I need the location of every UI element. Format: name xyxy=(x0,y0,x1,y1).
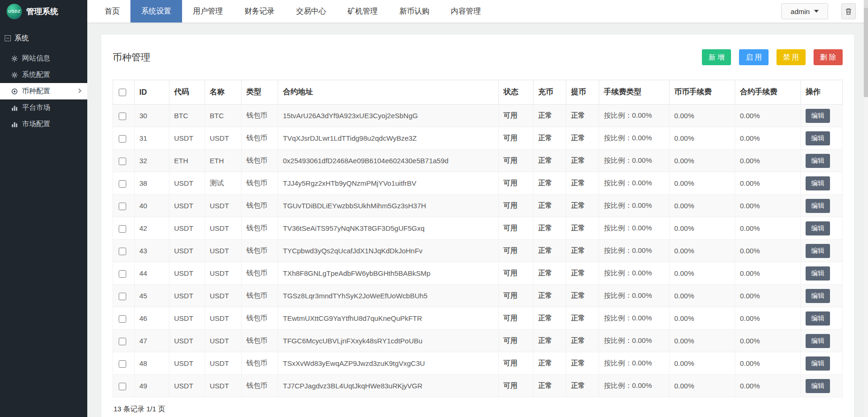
cell-type: 钱包币 xyxy=(242,307,278,330)
edit-button[interactable]: 编辑 xyxy=(806,356,830,371)
cell-deposit: 正常 xyxy=(533,150,566,172)
edit-button[interactable]: 编辑 xyxy=(806,311,830,326)
topnav-item[interactable]: 财务记录 xyxy=(234,0,285,23)
cell-coin-fee: 0.00% xyxy=(670,330,735,352)
edit-button[interactable]: 编辑 xyxy=(806,244,830,258)
page-title: 币种管理 xyxy=(113,51,150,64)
cell-code: USDT xyxy=(169,240,205,262)
cell-deposit: 正常 xyxy=(533,375,566,397)
topnav-item[interactable]: 矿机管理 xyxy=(337,0,388,23)
edit-button[interactable]: 编辑 xyxy=(806,379,830,393)
topnav-item[interactable]: 内容管理 xyxy=(440,0,492,23)
table-row: 49 USDT USDT 钱包币 TJ7CPJagdvz3BL4UqtJkqHW… xyxy=(113,375,843,397)
edit-button[interactable]: 编辑 xyxy=(806,289,830,303)
enable-button[interactable]: 启 用 xyxy=(739,49,768,65)
cell-coin-fee: 0.00% xyxy=(670,352,735,375)
cell-coin-fee: 0.00% xyxy=(670,262,735,285)
row-checkbox[interactable] xyxy=(119,158,126,165)
cell-status: 可用 xyxy=(499,127,533,150)
cell-name: BTC xyxy=(205,105,242,127)
cell-contract-fee: 0.00% xyxy=(735,127,801,150)
cell-id: 30 xyxy=(135,105,169,127)
column-header: 提币 xyxy=(566,80,599,105)
edit-button[interactable]: 编辑 xyxy=(806,109,830,123)
topnav-item[interactable]: 用户管理 xyxy=(182,0,234,23)
disable-button[interactable]: 禁 用 xyxy=(777,49,806,65)
row-checkbox[interactable] xyxy=(119,225,126,233)
edit-button[interactable]: 编辑 xyxy=(806,176,830,190)
cell-fee-type: 按比例：0.00% xyxy=(599,195,670,217)
topnav-item[interactable]: 首页 xyxy=(94,0,130,23)
cell-contract-fee: 0.00% xyxy=(735,330,801,352)
trash-button[interactable] xyxy=(841,3,856,19)
row-checkbox[interactable] xyxy=(119,248,126,255)
sidebar-item[interactable]: 系统配置 xyxy=(0,67,87,83)
add-button[interactable]: 新 增 xyxy=(702,49,731,65)
cell-coin-fee: 0.00% xyxy=(670,172,735,195)
sidebar-section-system[interactable]: − 系统 xyxy=(0,23,87,50)
select-all-checkbox[interactable] xyxy=(119,89,126,96)
cell-contract-fee: 0.00% xyxy=(735,240,801,262)
row-checkbox[interactable] xyxy=(119,338,126,345)
delete-button[interactable]: 删 除 xyxy=(814,49,843,65)
sidebar-item[interactable]: 币种配置 xyxy=(0,83,87,99)
cell-name: USDT xyxy=(205,307,242,330)
row-checkbox[interactable] xyxy=(119,293,126,300)
topnav-item[interactable]: 系统设置 xyxy=(130,0,182,23)
cell-name: USDT xyxy=(205,285,242,307)
topnav-item[interactable]: 交易中心 xyxy=(285,0,337,23)
cell-code: USDT xyxy=(169,375,205,397)
cell-name: USDT xyxy=(205,262,242,285)
column-header: 代码 xyxy=(169,80,205,105)
topbar: 首页系统设置用户管理财务记录交易中心矿机管理新币认购内容管理 admin xyxy=(87,0,868,23)
cell-name: USDT xyxy=(205,195,242,217)
cell-address: 15tvArU26A3dYf9A923xUE3Cyoj2eSbNgG xyxy=(278,105,499,127)
row-checkbox[interactable] xyxy=(119,113,126,120)
row-checkbox[interactable] xyxy=(119,203,126,210)
row-checkbox[interactable] xyxy=(119,180,126,188)
cell-address: TJJ4y5Rgz2xHTb9yQNzmPMjYVo1uitfrBV xyxy=(278,172,499,195)
cell-status: 可用 xyxy=(499,240,533,262)
cell-id: 45 xyxy=(135,285,169,307)
cell-deposit: 正常 xyxy=(533,262,566,285)
edit-button[interactable]: 编辑 xyxy=(806,154,830,168)
scrollbar[interactable] xyxy=(864,0,868,417)
cell-code: USDT xyxy=(169,352,205,375)
row-checkbox[interactable] xyxy=(119,383,126,390)
user-dropdown[interactable]: admin xyxy=(781,3,828,19)
brand: USDZ 管理系统 xyxy=(0,0,87,23)
edit-button[interactable]: 编辑 xyxy=(806,266,830,281)
cell-fee-type: 按比例：0.00% xyxy=(599,127,670,150)
sidebar-item[interactable]: 平台市场 xyxy=(0,99,87,116)
cell-type: 钱包币 xyxy=(242,195,278,217)
cell-fee-type: 按比例：0.00% xyxy=(599,150,670,172)
cell-type: 钱包币 xyxy=(242,150,278,172)
cell-coin-fee: 0.00% xyxy=(670,285,735,307)
cell-fee-type: 按比例：0.00% xyxy=(599,307,670,330)
cell-coin-fee: 0.00% xyxy=(670,307,735,330)
gear-icon xyxy=(11,72,18,78)
scrollbar-thumb[interactable] xyxy=(864,8,868,97)
cell-address: TVqXJsrDJLwr1LdTTidg98u2qdcWyBze3Z xyxy=(278,127,499,150)
edit-button[interactable]: 编辑 xyxy=(806,199,830,213)
scrollbar-up-button[interactable] xyxy=(864,0,868,8)
cell-id: 40 xyxy=(135,195,169,217)
edit-button[interactable]: 编辑 xyxy=(806,221,830,235)
edit-button[interactable]: 编辑 xyxy=(806,334,830,348)
cell-withdraw: 正常 xyxy=(566,240,599,262)
column-header: 操作 xyxy=(801,80,843,105)
edit-button[interactable]: 编辑 xyxy=(806,131,830,145)
coin-management-card: 币种管理 新 增 启 用 禁 用 删 除 ID代码名称类型合约地址状态充币提币手… xyxy=(101,35,854,417)
column-header: 合约手续费 xyxy=(735,80,801,105)
column-header: ID xyxy=(135,80,169,105)
cell-status: 可用 xyxy=(499,375,533,397)
row-checkbox[interactable] xyxy=(119,360,126,368)
row-checkbox[interactable] xyxy=(119,315,126,323)
sidebar-item[interactable]: 网站信息 xyxy=(0,50,87,67)
cell-id: 38 xyxy=(135,172,169,195)
topnav-item[interactable]: 新币认购 xyxy=(388,0,440,23)
row-checkbox[interactable] xyxy=(119,270,126,278)
sidebar-item[interactable]: 市场配置 xyxy=(0,116,87,132)
cell-deposit: 正常 xyxy=(533,217,566,240)
row-checkbox[interactable] xyxy=(119,135,126,143)
